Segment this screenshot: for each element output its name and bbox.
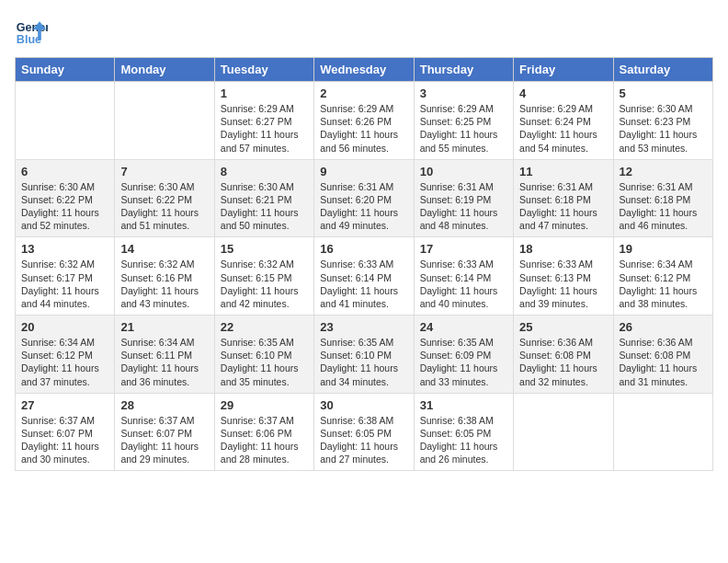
day-number: 22 <box>221 320 308 334</box>
col-header-friday: Friday <box>514 58 613 82</box>
day-content: Sunrise: 6:33 AM Sunset: 6:13 PM Dayligh… <box>519 258 607 310</box>
page-header: General Blue <box>15 15 713 48</box>
calendar-cell: 21Sunrise: 6:34 AM Sunset: 6:11 PM Dayli… <box>115 316 214 394</box>
calendar-cell: 1Sunrise: 6:29 AM Sunset: 6:27 PM Daylig… <box>214 82 313 160</box>
calendar-cell: 10Sunrise: 6:31 AM Sunset: 6:19 PM Dayli… <box>414 159 513 237</box>
day-content: Sunrise: 6:37 AM Sunset: 6:07 PM Dayligh… <box>120 414 208 466</box>
calendar-cell: 18Sunrise: 6:33 AM Sunset: 6:13 PM Dayli… <box>514 237 613 316</box>
calendar-week-4: 20Sunrise: 6:34 AM Sunset: 6:12 PM Dayli… <box>16 316 713 394</box>
logo: General Blue <box>15 15 51 48</box>
calendar-cell: 12Sunrise: 6:31 AM Sunset: 6:18 PM Dayli… <box>613 159 712 237</box>
calendar-cell: 3Sunrise: 6:29 AM Sunset: 6:25 PM Daylig… <box>414 82 513 160</box>
calendar-week-5: 27Sunrise: 6:37 AM Sunset: 6:07 PM Dayli… <box>16 393 713 471</box>
calendar-cell: 26Sunrise: 6:36 AM Sunset: 6:08 PM Dayli… <box>613 316 712 394</box>
calendar-cell: 2Sunrise: 6:29 AM Sunset: 6:26 PM Daylig… <box>314 82 414 160</box>
day-number: 29 <box>221 398 308 412</box>
day-content: Sunrise: 6:33 AM Sunset: 6:14 PM Dayligh… <box>320 258 407 310</box>
day-content: Sunrise: 6:31 AM Sunset: 6:18 PM Dayligh… <box>519 180 607 233</box>
col-header-tuesday: Tuesday <box>214 58 313 82</box>
calendar-cell: 28Sunrise: 6:37 AM Sunset: 6:07 PM Dayli… <box>115 393 214 471</box>
logo-icon: General Blue <box>15 15 48 48</box>
col-header-monday: Monday <box>115 58 214 82</box>
day-content: Sunrise: 6:35 AM Sunset: 6:09 PM Dayligh… <box>420 336 507 388</box>
day-content: Sunrise: 6:31 AM Sunset: 6:18 PM Dayligh… <box>620 180 707 233</box>
day-number: 30 <box>320 398 407 412</box>
calendar-cell: 20Sunrise: 6:34 AM Sunset: 6:12 PM Dayli… <box>16 316 115 394</box>
day-number: 13 <box>21 242 108 256</box>
calendar-cell <box>16 82 115 160</box>
day-content: Sunrise: 6:32 AM Sunset: 6:15 PM Dayligh… <box>221 258 308 310</box>
day-content: Sunrise: 6:29 AM Sunset: 6:24 PM Dayligh… <box>519 102 607 155</box>
calendar-cell: 13Sunrise: 6:32 AM Sunset: 6:17 PM Dayli… <box>16 237 115 316</box>
col-header-sunday: Sunday <box>16 58 115 82</box>
day-number: 12 <box>620 165 707 178</box>
calendar-cell: 9Sunrise: 6:31 AM Sunset: 6:20 PM Daylig… <box>314 159 414 237</box>
day-content: Sunrise: 6:30 AM Sunset: 6:22 PM Dayligh… <box>21 180 108 233</box>
day-number: 3 <box>420 86 507 100</box>
day-number: 17 <box>420 242 507 256</box>
day-number: 18 <box>519 242 607 256</box>
day-number: 14 <box>120 242 208 256</box>
day-content: Sunrise: 6:36 AM Sunset: 6:08 PM Dayligh… <box>620 336 707 388</box>
calendar-cell <box>115 82 214 160</box>
day-number: 2 <box>320 86 407 100</box>
day-number: 7 <box>120 165 208 178</box>
day-content: Sunrise: 6:31 AM Sunset: 6:20 PM Dayligh… <box>320 180 407 233</box>
day-content: Sunrise: 6:33 AM Sunset: 6:14 PM Dayligh… <box>420 258 507 310</box>
day-content: Sunrise: 6:29 AM Sunset: 6:26 PM Dayligh… <box>320 102 407 155</box>
calendar-cell: 31Sunrise: 6:38 AM Sunset: 6:05 PM Dayli… <box>414 393 513 471</box>
col-header-saturday: Saturday <box>613 58 712 82</box>
calendar-cell <box>613 393 712 471</box>
day-content: Sunrise: 6:29 AM Sunset: 6:27 PM Dayligh… <box>221 102 308 155</box>
day-number: 15 <box>221 242 308 256</box>
calendar-table: SundayMondayTuesdayWednesdayThursdayFrid… <box>15 57 713 471</box>
day-number: 20 <box>21 320 108 334</box>
day-number: 11 <box>519 165 607 178</box>
calendar-cell <box>514 393 613 471</box>
day-content: Sunrise: 6:30 AM Sunset: 6:22 PM Dayligh… <box>120 180 208 233</box>
day-content: Sunrise: 6:30 AM Sunset: 6:21 PM Dayligh… <box>221 180 308 233</box>
calendar-cell: 30Sunrise: 6:38 AM Sunset: 6:05 PM Dayli… <box>314 393 414 471</box>
day-number: 9 <box>320 165 407 178</box>
calendar-cell: 25Sunrise: 6:36 AM Sunset: 6:08 PM Dayli… <box>514 316 613 394</box>
day-content: Sunrise: 6:37 AM Sunset: 6:07 PM Dayligh… <box>21 414 108 466</box>
day-number: 16 <box>320 242 407 256</box>
day-number: 31 <box>420 398 507 412</box>
day-number: 6 <box>21 165 108 178</box>
day-content: Sunrise: 6:34 AM Sunset: 6:11 PM Dayligh… <box>120 336 208 388</box>
day-content: Sunrise: 6:31 AM Sunset: 6:19 PM Dayligh… <box>420 180 507 233</box>
day-content: Sunrise: 6:34 AM Sunset: 6:12 PM Dayligh… <box>21 336 108 388</box>
day-content: Sunrise: 6:29 AM Sunset: 6:25 PM Dayligh… <box>420 102 507 155</box>
day-content: Sunrise: 6:32 AM Sunset: 6:16 PM Dayligh… <box>120 258 208 310</box>
header-row: SundayMondayTuesdayWednesdayThursdayFrid… <box>16 58 713 82</box>
day-content: Sunrise: 6:36 AM Sunset: 6:08 PM Dayligh… <box>519 336 607 388</box>
day-content: Sunrise: 6:30 AM Sunset: 6:23 PM Dayligh… <box>620 102 707 155</box>
calendar-cell: 4Sunrise: 6:29 AM Sunset: 6:24 PM Daylig… <box>514 82 613 160</box>
day-number: 27 <box>21 398 108 412</box>
day-number: 19 <box>620 242 707 256</box>
col-header-thursday: Thursday <box>414 58 513 82</box>
calendar-cell: 29Sunrise: 6:37 AM Sunset: 6:06 PM Dayli… <box>214 393 313 471</box>
day-content: Sunrise: 6:37 AM Sunset: 6:06 PM Dayligh… <box>221 414 308 466</box>
day-content: Sunrise: 6:35 AM Sunset: 6:10 PM Dayligh… <box>320 336 407 388</box>
calendar-cell: 19Sunrise: 6:34 AM Sunset: 6:12 PM Dayli… <box>613 237 712 316</box>
day-number: 26 <box>620 320 707 334</box>
day-content: Sunrise: 6:38 AM Sunset: 6:05 PM Dayligh… <box>320 414 407 466</box>
calendar-week-2: 6Sunrise: 6:30 AM Sunset: 6:22 PM Daylig… <box>16 159 713 237</box>
svg-text:Blue: Blue <box>17 33 41 46</box>
day-number: 25 <box>519 320 607 334</box>
col-header-wednesday: Wednesday <box>314 58 414 82</box>
calendar-week-1: 1Sunrise: 6:29 AM Sunset: 6:27 PM Daylig… <box>16 82 713 160</box>
day-number: 5 <box>620 86 707 100</box>
calendar-cell: 15Sunrise: 6:32 AM Sunset: 6:15 PM Dayli… <box>214 237 313 316</box>
day-number: 21 <box>120 320 208 334</box>
calendar-cell: 6Sunrise: 6:30 AM Sunset: 6:22 PM Daylig… <box>16 159 115 237</box>
calendar-cell: 16Sunrise: 6:33 AM Sunset: 6:14 PM Dayli… <box>314 237 414 316</box>
calendar-cell: 5Sunrise: 6:30 AM Sunset: 6:23 PM Daylig… <box>613 82 712 160</box>
day-number: 10 <box>420 165 507 178</box>
day-number: 23 <box>320 320 407 334</box>
day-number: 1 <box>221 86 308 100</box>
day-content: Sunrise: 6:35 AM Sunset: 6:10 PM Dayligh… <box>221 336 308 388</box>
calendar-cell: 23Sunrise: 6:35 AM Sunset: 6:10 PM Dayli… <box>314 316 414 394</box>
day-number: 24 <box>420 320 507 334</box>
